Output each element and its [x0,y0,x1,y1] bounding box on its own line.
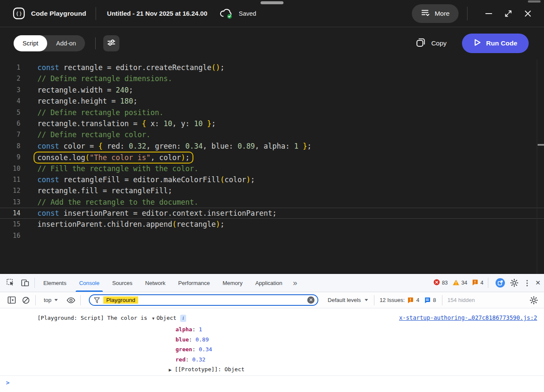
prototype-value: Object [224,366,244,372]
object-label[interactable]: Object [156,315,176,321]
device-toolbar-button[interactable] [18,276,32,289]
issues-count-badge[interactable]: 4 [472,279,483,287]
object-property-blue: blue: 0.89 [0,335,544,345]
devtools-tab-memory[interactable]: Memory [216,274,249,292]
code-line-10[interactable]: 10// Fill the rectangle with the color. [0,163,544,174]
log-levels-dropdown[interactable]: Default levels [328,297,368,303]
expand-window-button[interactable] [502,8,514,20]
devtools-close-button[interactable]: ✕ [535,279,541,287]
copy-button[interactable]: Copy [416,37,447,49]
script-addon-segmented-control: Script Add-on [14,35,85,51]
code-line-6[interactable]: 6rectangle.translation = { x: 10, y: 10 … [0,118,544,129]
copy-icon [416,37,426,49]
issues-summary[interactable]: 12 Issues: 4 8 [380,297,436,303]
code-text: const rectangle = editor.createRectangle… [26,62,224,73]
code-line-16[interactable]: 16 [0,230,544,241]
code-line-13[interactable]: 13// Add the rectangle to the document. [0,197,544,208]
collapse-object-icon[interactable]: ▼ [151,316,155,321]
code-line-3[interactable]: 3rectangle.width = 240; [0,85,544,96]
code-line-14[interactable]: 14const insertionParent = editor.context… [0,208,544,219]
source-link[interactable]: x-startup-authoring-…027c8186773590.js:2 [399,313,537,322]
clear-console-button[interactable] [19,294,33,307]
expand-prototype-icon[interactable]: ▶ [169,368,172,372]
clear-filter-button[interactable]: ✕ [307,296,314,304]
devtools-settings-button[interactable] [510,279,518,287]
window-drag-handle[interactable] [261,1,283,4]
devtools-tab-sources[interactable]: Sources [106,274,139,292]
console-settings-button[interactable] [530,296,538,305]
devtools-status-badges: 83 34 4 [429,278,541,288]
issues-blue-count: 8 [433,297,436,303]
tab-add-on[interactable]: Add-on [47,35,85,51]
run-code-button[interactable]: Run Code [462,34,529,53]
editor-scrollbar[interactable] [537,59,544,274]
titlebar-divider [96,7,96,20]
close-window-button[interactable] [522,8,534,20]
warning-count-badge[interactable]: 34 [453,279,468,287]
log-levels-label: Default levels [328,297,361,303]
console-prompt[interactable]: > [0,375,544,392]
code-text: rectangle.width = 240; [26,85,133,96]
devtools-tab-network[interactable]: Network [139,274,172,292]
console-filter-input[interactable]: Playground ✕ [89,294,318,306]
filter-value: Playground [103,296,138,304]
editor-settings-button[interactable] [103,35,119,51]
code-line-12[interactable]: 12rectangle.fill = rectangleFill; [0,185,544,196]
console-object-tree: alpha: 1blue: 0.89green: 0.34red: 0.32 [0,324,544,364]
code-line-11[interactable]: 11const rectangleFill = editor.makeColor… [0,174,544,185]
code-text: // Define rectangle dimensions. [26,73,172,84]
tabbar-divider [34,278,35,288]
more-tabs-icon[interactable]: » [289,279,301,288]
code-line-15[interactable]: 15insertionParent.children.append(rectan… [0,219,544,230]
editor-toolbar: Script Add-on Copy Run Code [0,27,544,59]
error-icon [434,279,440,287]
line-number: 16 [0,230,26,241]
more-button[interactable]: More [412,4,459,23]
console-log-highlight-ring: console.log("The color is", color); [34,152,193,164]
ai-assistance-icon[interactable] [495,278,505,288]
object-property-green: green: 0.34 [0,344,544,355]
inspect-element-button[interactable] [3,276,18,289]
code-lines: 1const rectangle = editor.createRectangl… [0,62,544,241]
code-line-7[interactable]: 7// Define rectangle color. [0,129,544,140]
live-expression-eye-button[interactable] [64,294,78,307]
code-line-4[interactable]: 4rectangle.height = 180; [0,96,544,107]
code-line-9[interactable]: 9console.log("The color is", color); [0,152,544,163]
issues-count: 4 [480,280,483,286]
console-sidebar-toggle[interactable] [4,294,19,307]
toolbar-divider [95,37,96,49]
javascript-context-selector[interactable]: top [38,297,64,303]
line-number: 8 [0,141,26,152]
minimize-button[interactable] [483,8,495,20]
devtools-menu-button[interactable]: ⋮ [523,279,530,288]
titlebar: () Code Playground Untitled - 21 Nov 202… [0,0,544,27]
issues-summary-label: 12 Issues: [380,297,405,303]
context-label: top [44,297,51,303]
code-line-8[interactable]: 8const color = { red: 0.32, green: 0.34,… [0,141,544,152]
line-number: 9 [0,152,26,163]
chevron-down-icon [54,299,58,301]
code-playground-window: () Code Playground Untitled - 21 Nov 202… [0,0,544,392]
line-number: 5 [0,107,26,118]
tab-script[interactable]: Script [14,35,47,51]
code-line-5[interactable]: 5// Define rectangle position. [0,107,544,118]
code-text: const color = { red: 0.32, green: 0.34, … [26,141,312,152]
code-text: const rectangleFill = editor.makeColorFi… [26,174,255,185]
devtools-tab-application[interactable]: Application [249,274,289,292]
line-number: 2 [0,73,26,84]
code-text: // Define rectangle color. [26,129,150,140]
line-number: 11 [0,174,26,185]
code-editor[interactable]: 1const rectangle = editor.createRectangl… [0,59,544,274]
code-text: const insertionParent = editor.context.i… [26,208,277,219]
devtools-tab-elements[interactable]: Elements [37,274,73,292]
devtools-tab-console[interactable]: Console [73,274,106,292]
console-output: [Playground: Script] The color is▼Object… [0,308,544,375]
devtools-tab-performance[interactable]: Performance [172,274,216,292]
error-count-badge[interactable]: 83 [434,279,448,287]
line-number: 12 [0,185,26,196]
devtools-tabbar: ElementsConsoleSourcesNetworkPerformance… [0,274,544,292]
page-scrollbar-thumb[interactable] [528,0,541,3]
code-line-2[interactable]: 2// Define rectangle dimensions. [0,73,544,84]
log-text: [Playground: Script] The color is [37,315,147,321]
code-line-1[interactable]: 1const rectangle = editor.createRectangl… [0,62,544,73]
